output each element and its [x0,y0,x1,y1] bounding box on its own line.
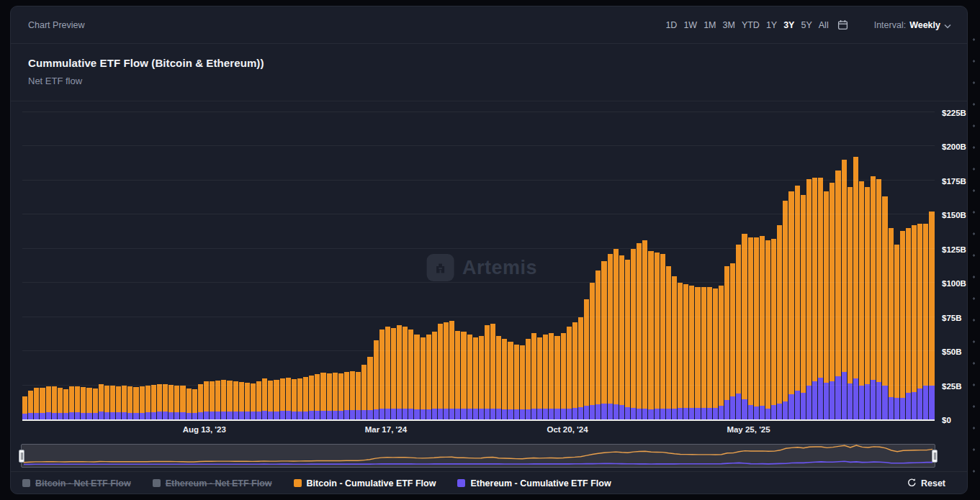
bar[interactable] [531,333,536,419]
bar[interactable] [514,345,519,420]
bar[interactable] [584,299,589,419]
bar[interactable] [754,237,759,419]
bar[interactable] [127,386,132,419]
bar[interactable] [923,224,928,419]
bar[interactable] [683,284,688,419]
plot-area[interactable]: Artemis [22,101,935,421]
legend-item-1[interactable]: Ethereum - Net ETF Flow [153,478,272,488]
bar[interactable] [871,176,876,419]
bar[interactable] [104,386,109,419]
bar[interactable] [403,327,408,419]
bar[interactable] [572,322,577,419]
bar[interactable] [608,254,613,419]
bar[interactable] [783,201,788,419]
bar[interactable] [601,261,606,419]
bar[interactable] [344,372,349,419]
range-button-3m[interactable]: 3M [723,20,735,30]
bar[interactable] [86,388,91,419]
bar[interactable] [455,331,460,419]
bar[interactable] [198,384,203,419]
bar[interactable] [760,236,765,419]
bar[interactable] [163,384,168,419]
legend-item-0[interactable]: Bitcoin - Net ETF Flow [22,478,131,488]
bar[interactable] [256,381,261,419]
bar[interactable] [22,396,27,419]
bar[interactable] [210,381,215,419]
bar[interactable] [713,288,718,419]
bar[interactable] [327,373,332,419]
bar[interactable] [221,380,226,419]
bar[interactable] [719,286,724,419]
bar[interactable] [438,324,443,419]
bar[interactable] [379,329,385,419]
bar[interactable] [99,384,104,419]
bar[interactable] [93,388,98,419]
bar[interactable] [303,377,308,419]
panel-scrollbar-dots[interactable] [971,29,977,483]
bar[interactable] [81,387,86,419]
bar[interactable] [320,373,325,419]
bar[interactable] [701,287,706,419]
bar[interactable] [333,373,338,419]
bar[interactable] [461,332,466,419]
bar[interactable] [186,388,192,419]
bar[interactable] [34,388,39,419]
bar[interactable] [397,325,402,419]
bar[interactable] [408,329,413,419]
legend-item-3[interactable]: Ethereum - Cumulative ETF Flow [457,478,611,488]
bar[interactable] [63,389,68,419]
range-button-all[interactable]: All [819,20,829,30]
bar[interactable] [192,389,197,419]
range-button-1m[interactable]: 1M [703,20,716,30]
calendar-icon[interactable] [837,19,848,30]
reset-button[interactable]: Reset [907,478,945,489]
bar[interactable] [554,336,559,419]
navigator[interactable] [21,444,935,468]
bar[interactable] [655,253,660,419]
bar[interactable] [133,387,138,419]
bar[interactable] [215,381,220,419]
bar[interactable] [859,181,864,419]
bar[interactable] [660,254,665,419]
bar[interactable] [361,365,367,419]
bar[interactable] [835,171,840,419]
bar[interactable] [906,228,911,419]
bar[interactable] [350,371,355,419]
bar[interactable] [777,225,782,419]
bar[interactable] [595,271,601,419]
bar[interactable] [40,388,45,419]
bar[interactable] [145,386,150,419]
bar[interactable] [367,357,372,419]
bar[interactable] [414,335,419,419]
bar[interactable] [648,251,653,419]
bar[interactable] [227,381,232,419]
bar[interactable] [479,336,484,419]
bar[interactable] [168,385,174,419]
bar[interactable] [356,372,361,419]
bar[interactable] [309,376,314,419]
bar[interactable] [853,157,858,419]
bar[interactable] [678,283,683,419]
bar[interactable] [116,386,121,419]
bar[interactable] [432,332,437,419]
bar[interactable] [724,266,729,419]
bar[interactable] [28,391,33,419]
bar[interactable] [239,382,244,419]
bar[interactable] [578,317,583,419]
bar[interactable] [736,245,741,419]
bar[interactable] [449,321,454,419]
bar[interactable] [567,327,572,419]
bar[interactable] [180,386,185,419]
bar[interactable] [748,237,753,419]
bar[interactable] [707,287,712,419]
bar[interactable] [642,240,647,419]
bar[interactable] [122,386,127,419]
bar[interactable] [385,327,390,419]
bar[interactable] [157,384,162,419]
bar[interactable] [806,179,812,419]
bar[interactable] [672,276,677,419]
bar[interactable] [426,335,431,419]
bar[interactable] [882,196,887,419]
bar[interactable] [520,345,525,419]
navigator-left-handle[interactable] [19,450,24,463]
